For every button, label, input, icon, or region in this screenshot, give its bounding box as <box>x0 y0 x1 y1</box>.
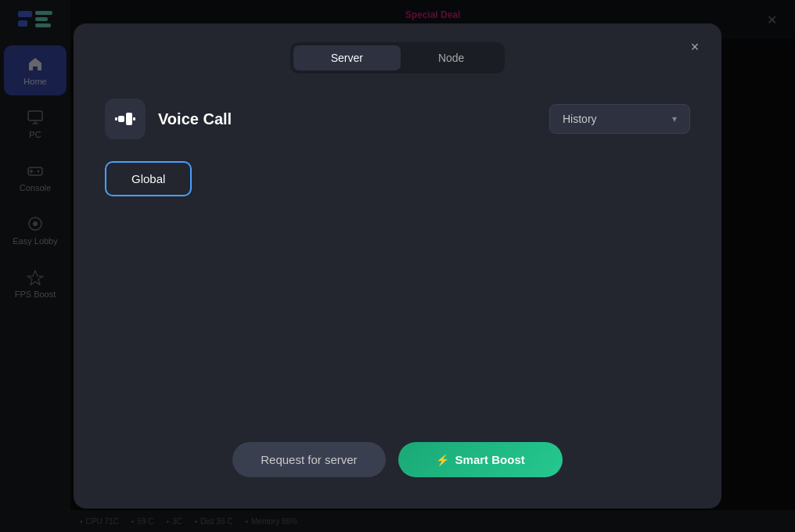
voice-call-info: Voice Call <box>105 99 232 139</box>
history-dropdown-label: History <box>563 113 597 125</box>
smart-boost-button[interactable]: ⚡ Smart Boost <box>398 442 563 477</box>
voice-call-title: Voice Call <box>158 110 232 128</box>
server-list: Global <box>105 161 690 196</box>
tab-server[interactable]: Server <box>293 45 401 70</box>
modal-close-button[interactable]: × <box>684 36 706 58</box>
voice-call-icon <box>105 99 146 139</box>
server-item-global[interactable]: Global <box>105 161 192 196</box>
svg-rect-14 <box>133 117 135 120</box>
tab-node[interactable]: Node <box>401 45 502 70</box>
modal-content: Voice Call History ▾ Global Request for … <box>105 99 690 477</box>
smart-boost-label: Smart Boost <box>455 453 525 466</box>
modal-header-row: Voice Call History ▾ <box>105 99 690 139</box>
svg-rect-12 <box>126 113 132 125</box>
history-dropdown[interactable]: History ▾ <box>549 104 690 134</box>
modal-footer: Request for server ⚡ Smart Boost <box>105 426 690 477</box>
lightning-icon: ⚡ <box>436 454 449 466</box>
svg-rect-13 <box>115 117 117 120</box>
modal-overlay: × Server Node Voice <box>0 0 795 532</box>
svg-rect-11 <box>118 116 124 122</box>
chevron-down-icon: ▾ <box>672 113 677 124</box>
request-server-button[interactable]: Request for server <box>232 442 385 477</box>
tab-bar: Server Node <box>290 42 505 74</box>
modal: × Server Node Voice <box>74 23 721 509</box>
